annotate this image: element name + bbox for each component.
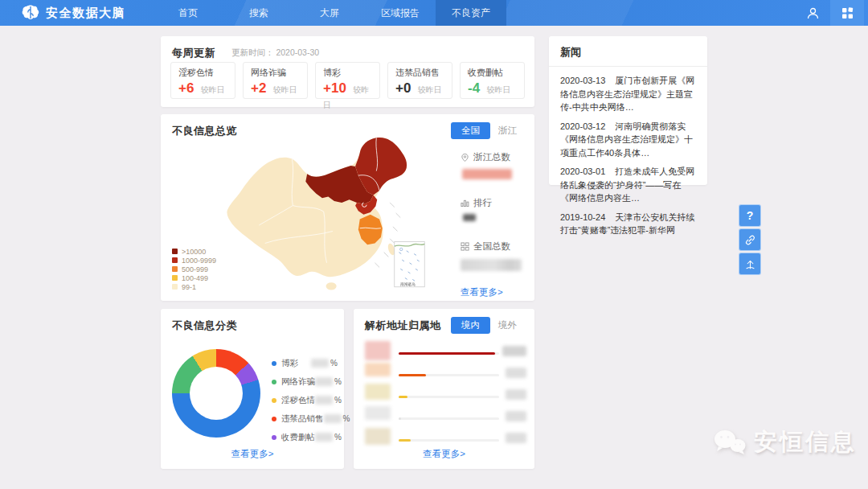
map-legend-row: 100-499 (172, 273, 216, 282)
classification-more-link[interactable]: 查看更多> (231, 449, 274, 458)
news-item[interactable]: 2019-10-24天津市公安机关持续打击“黄赌毒”违法犯罪-新华网 (560, 211, 696, 237)
legend-label: 淫秽色情 (281, 395, 315, 406)
stat-label: 博彩 (323, 67, 372, 79)
bad-info-overview-panel: 不良信息总览 全国 浙江 (161, 114, 534, 301)
redacted-value (324, 414, 342, 423)
news-item[interactable]: 2020-03-01打造未成年人免受网络乱象侵袭的“护身符”——写在《网络信息内… (560, 165, 696, 205)
news-item[interactable]: 2020-03-13厦门市创新开展《网络信息内容生态治理规定》主题宣传-中共中央… (560, 74, 696, 114)
map-legend-row: 500-999 (172, 265, 216, 273)
stat-card: 博彩 +10 较昨日 (315, 62, 380, 99)
bar-track (399, 352, 499, 355)
stat-label: 收费删帖 (468, 67, 517, 79)
redacted-value (506, 368, 526, 378)
back-to-top-button[interactable] (739, 253, 761, 275)
legend-label: 博彩 (281, 358, 311, 369)
stat-delta: +10 (323, 80, 346, 97)
classification-title: 不良信息分类 (172, 318, 237, 333)
redacted-value (315, 377, 333, 386)
legend-label: 网络诈骗 (281, 376, 315, 388)
weekly-update-panel: 每周更新 更新时间： 2020-03-30 淫秽色情 +6 较昨日 网络诈骗 +… (161, 36, 534, 107)
china-map[interactable]: 南海诸岛 (212, 130, 453, 296)
stat-card: 收费删帖 -4 较昨日 (460, 62, 525, 99)
nav-tab[interactable]: 不良资产 (436, 0, 506, 26)
domestic-toggle: 境内 境外 (451, 317, 525, 334)
redacted-label (365, 363, 391, 376)
brand[interactable]: 安全数据大脑 (21, 0, 125, 26)
watermark: 安恒信息 (712, 426, 857, 458)
news-item[interactable]: 2020-03-12河南明确贯彻落实《网络信息内容生态治理规定》十项重点工作40… (560, 120, 696, 160)
redacted-value (315, 433, 333, 442)
stat-card: 网络诈骗 +2 较昨日 (243, 62, 308, 99)
legend-label: >10000 (182, 248, 206, 256)
region-toggle: 全国 浙江 (451, 122, 525, 139)
zhejiang-total: 浙江总数 (461, 151, 528, 179)
geo-bar-row (363, 426, 526, 448)
news-list: 2020-03-13厦门市创新开展《网络信息内容生态治理规定》主题宣传-中共中央… (549, 67, 707, 237)
stat-delta: +0 (395, 80, 411, 97)
donut-hole (190, 367, 243, 420)
news-date: 2020-03-01 (560, 166, 605, 176)
user-button[interactable] (795, 0, 830, 26)
news-date: 2020-03-12 (560, 121, 605, 131)
bar-fill (399, 352, 495, 355)
redacted-label (365, 384, 391, 400)
nav-tab[interactable]: 大屏 (294, 0, 365, 26)
top-nav: 安全数据大脑 首页 搜索 大屏 区域报告 不良资产 (0, 0, 868, 26)
percent-unit: % (334, 396, 342, 405)
percent-unit: % (343, 414, 350, 423)
stat-note: 较昨日 (487, 85, 511, 94)
nav-right (795, 0, 868, 26)
domestic-toggle-button[interactable]: 境内 (451, 317, 490, 334)
bar-track (399, 417, 499, 420)
domestic-toggle-button[interactable]: 境外 (490, 317, 525, 334)
legend-label: 100-499 (182, 274, 208, 282)
bar-fill (399, 374, 426, 376)
donut-chart[interactable] (172, 349, 260, 438)
stat-card: 违禁品销售 +0 较昨日 (387, 62, 452, 99)
redacted-value (461, 259, 522, 271)
geo-bar-row (363, 383, 526, 405)
map-legend-row: >10000 (172, 247, 216, 256)
share-link-button[interactable] (739, 228, 761, 251)
nav-tab[interactable]: 首页 (153, 0, 223, 26)
nav-tab[interactable]: 区域报告 (365, 0, 436, 26)
geo-more-link[interactable]: 查看更多> (423, 449, 465, 458)
ranking-label: 排行 (473, 197, 492, 209)
floating-toolbar: ? (739, 204, 761, 275)
bar-track (399, 439, 499, 442)
stat-label: 网络诈骗 (251, 67, 300, 79)
bar-track (399, 396, 499, 398)
bar-fill (399, 417, 401, 420)
resolve-address-panel: 解析地址归属地 境内 境外 (354, 309, 534, 469)
ranking-bars-icon (461, 199, 469, 208)
link-icon (744, 234, 756, 246)
stat-note: 较昨日 (201, 85, 225, 94)
news-date: 2020-03-13 (560, 76, 605, 85)
geo-bar-chart (363, 339, 526, 445)
region-toggle-button[interactable]: 全国 (451, 122, 490, 139)
legend-dot (272, 435, 276, 440)
redacted-value (311, 359, 329, 368)
legend-label: 500-999 (182, 265, 208, 273)
map-legend: >10000 1000-9999 500-999 100-499 (172, 247, 216, 291)
overview-stats: 浙江总数 排行 (461, 151, 528, 298)
apps-button[interactable] (830, 0, 864, 26)
ranking: 排行 (461, 197, 528, 221)
legend-swatch (172, 284, 178, 290)
map-pin-icon (461, 153, 469, 162)
bar-track (399, 374, 499, 376)
overview-more-link[interactable]: 查看更多> (461, 286, 503, 298)
weekly-title: 每周更新 (172, 46, 215, 60)
nav-tab[interactable]: 搜索 (223, 0, 294, 26)
legend-swatch (172, 266, 178, 272)
help-button[interactable]: ? (739, 204, 761, 227)
classification-legend-row: 淫秽色情 % (272, 391, 338, 409)
stat-label: 违禁品销售 (395, 67, 444, 79)
redacted-value (463, 214, 476, 221)
region-toggle-button[interactable]: 浙江 (490, 122, 525, 139)
geo-bar-row (363, 339, 526, 361)
legend-dot (272, 417, 276, 421)
legend-dot (272, 398, 276, 403)
grid-icon (461, 242, 469, 251)
redacted-value (506, 411, 526, 421)
